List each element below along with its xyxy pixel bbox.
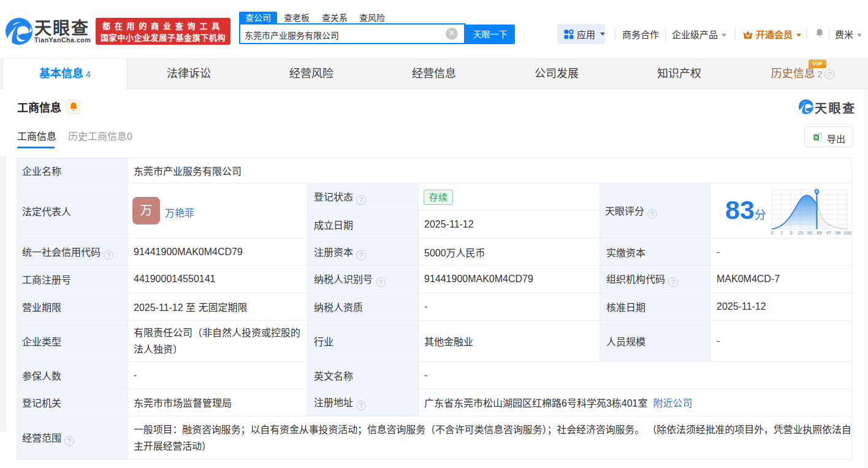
svg-text:0: 0 xyxy=(771,230,773,236)
svg-text:15: 15 xyxy=(798,230,802,236)
svg-text:3: 3 xyxy=(790,230,792,236)
svg-text:100: 100 xyxy=(843,230,851,236)
svg-text:85: 85 xyxy=(817,230,821,236)
svg-text:1: 1 xyxy=(780,230,783,236)
svg-text:99: 99 xyxy=(836,230,840,236)
svg-text:97: 97 xyxy=(826,230,831,236)
svg-text:50: 50 xyxy=(807,230,812,236)
